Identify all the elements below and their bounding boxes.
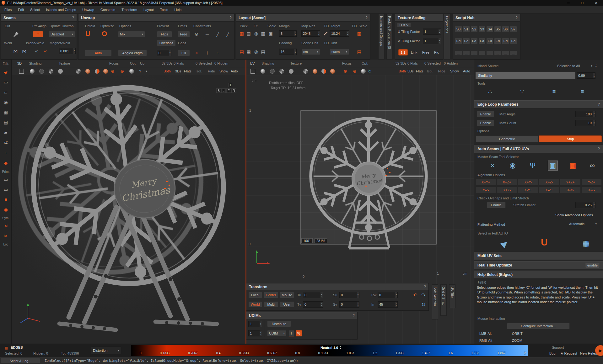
udim-count-spinner[interactable]: 1 ▴▾ — [248, 321, 262, 327]
isolate-button[interactable]: Isol. — [196, 69, 202, 73]
overlaps-button[interactable]: Overlaps — [157, 40, 176, 46]
enable-stretch-button[interactable]: Enable — [487, 202, 506, 208]
help-button[interactable]: ? — [72, 16, 74, 20]
filter-3ds-button[interactable]: 3Ds — [175, 69, 181, 73]
move-constraint-icon[interactable]: + — [215, 50, 221, 56]
td-unit-dropdown[interactable]: tx/cm ▾ — [330, 49, 349, 55]
spin-down-icon[interactable]: ▾ — [594, 205, 595, 207]
scale-icon[interactable]: ▣ — [267, 30, 274, 37]
layout-panel-header[interactable]: Layout [Scene] ? — [236, 14, 370, 22]
marquee-select-icon[interactable]: ▭ — [0, 80, 12, 85]
script-slot-button[interactable]: S7 — [510, 26, 517, 32]
padding-spinner[interactable]: 16 ▴▾ — [279, 49, 297, 55]
show-advanced-link[interactable]: Show Advanced Options — [555, 213, 593, 217]
viewport-uv[interactable]: UV Shading Texture Focus Opt. 32 3Ds 0 F… — [246, 60, 474, 344]
script-edit-button[interactable]: Ed — [463, 38, 470, 44]
stop-button[interactable]: Stop — [539, 135, 602, 142]
unwrap-panel-header[interactable]: Unwrap ? — [78, 14, 234, 22]
algo-button[interactable]: X+Y+ — [476, 179, 496, 186]
spin-down-icon[interactable]: ▾ — [594, 76, 595, 77]
menu-tools[interactable]: Tools — [157, 7, 171, 13]
optimize-view-icon[interactable] — [129, 69, 134, 74]
spin-down-icon[interactable]: ▾ — [321, 295, 322, 297]
tu-spinner[interactable]: 0 ▴▾ — [303, 292, 323, 298]
flattening-method-dropdown[interactable]: Automatic ▾ — [567, 221, 599, 227]
frame-mode-icon[interactable] — [19, 69, 24, 74]
distortion-dropdown[interactable]: Distortion ▾ — [91, 347, 121, 354]
fit-icon[interactable]: ◎ — [253, 30, 259, 37]
prealign-t-button[interactable]: T — [33, 31, 43, 37]
script-more-button[interactable]: ... — [510, 50, 517, 55]
menu-unwrap[interactable]: Unwrap — [79, 7, 97, 13]
script-edit-button[interactable]: Ed — [494, 38, 501, 44]
filter-both-button[interactable]: Both — [164, 69, 171, 73]
auto-button[interactable]: Auto — [231, 69, 238, 73]
script-slot-button[interactable]: S6 — [502, 26, 509, 32]
seam-tube-tool-icon[interactable]: Ψ — [528, 161, 538, 171]
pivot-mouse-button[interactable]: Mouse — [280, 292, 294, 298]
configure-interaction-button[interactable]: Configure Interaction... — [507, 323, 570, 329]
tool-gather-icon[interactable]: ∵ — [519, 88, 525, 95]
sv-spinner[interactable]: 0 ▴▾ — [339, 301, 359, 308]
selection-scope-dropdown[interactable]: Selection to All ▾ — [555, 63, 594, 69]
help-select-header[interactable]: Help Select (Edges) — [474, 271, 603, 279]
script-more-button[interactable]: ... — [478, 50, 486, 55]
seam-link-tool-icon[interactable]: ∞ — [587, 161, 597, 171]
spin-down-icon[interactable]: ▾ — [358, 304, 358, 306]
filter-flats-button[interactable]: Flats — [184, 69, 191, 73]
spin-down-icon[interactable]: ▾ — [439, 41, 440, 43]
rect-primitive-icon[interactable]: ▭ — [0, 177, 12, 182]
algo-button[interactable]: X-Z+ — [539, 187, 559, 193]
flips-button[interactable]: Flips — [157, 31, 172, 37]
script-edit-button[interactable]: Ed — [471, 38, 478, 44]
redo-icon[interactable]: ↷ — [420, 292, 427, 298]
algo-button[interactable]: X-Y+ — [518, 187, 538, 193]
help-button[interactable]: ? — [365, 16, 368, 20]
tab-islands-and-groups[interactable]: Islands and Groups — [378, 14, 385, 60]
update-unwrap-dropdown[interactable]: Disabled ▾ — [49, 31, 75, 37]
cylinder-select-icon[interactable]: ▤ — [0, 120, 12, 125]
script-edit-button[interactable]: Ed — [486, 38, 493, 44]
distribute-button[interactable]: Distribute — [267, 321, 291, 327]
algo-button[interactable]: X+Y- — [518, 179, 538, 186]
link-button[interactable]: Link — [411, 50, 417, 54]
hide-button[interactable]: Hide — [438, 69, 445, 73]
menu-files[interactable]: Files — [1, 7, 15, 13]
mix-dropdown[interactable]: Mix ▾ — [118, 31, 145, 37]
seams-panel-header[interactable]: Seams ? — [1, 14, 77, 22]
script-slot-button[interactable]: S3 — [478, 26, 486, 32]
td-target-spinner[interactable]: 10.24 ▴▾ — [330, 30, 349, 37]
ibeam-constraint-icon[interactable]: I — [204, 50, 210, 56]
rw-spinner[interactable]: 0 ▴▾ — [378, 292, 398, 298]
texture-half-icon[interactable] — [95, 69, 100, 74]
texture-checker-icon[interactable] — [76, 69, 81, 74]
script-more-button[interactable]: ... — [486, 50, 493, 55]
shield-tool-icon[interactable]: ◆ — [0, 161, 12, 166]
auto-unwrap-button[interactable]: Auto — [85, 50, 112, 56]
script-slot-button[interactable]: S5 — [494, 26, 501, 32]
stretch-limiter-spinner[interactable]: 0.25 ▴▾ — [575, 202, 595, 208]
fit-height-icon[interactable]: ▤ — [260, 49, 266, 55]
x2-tool-label[interactable]: x2 — [0, 140, 12, 144]
remove-constraint-icon[interactable]: × — [193, 50, 200, 56]
script-edit-button[interactable]: Ed — [478, 38, 486, 44]
filter-flats-button[interactable]: Flats — [416, 69, 423, 73]
focus-selection-icon[interactable]: ⊕ — [342, 68, 348, 74]
spin-down-icon[interactable]: ▾ — [260, 333, 261, 335]
wireframe-sphere-icon[interactable] — [270, 69, 275, 74]
feature-request-link[interactable]: F. Request — [561, 351, 577, 355]
udim-percent-button[interactable]: % — [296, 330, 302, 336]
max-angle-spinner[interactable]: 180 ▴▾ — [575, 111, 595, 117]
script-hub-header[interactable]: Script Hub ? — [453, 14, 520, 22]
texture-full-icon[interactable] — [103, 69, 108, 74]
viewcube-back[interactable]: B — [216, 88, 221, 93]
in-spinner[interactable]: 45 ▴▾ — [378, 301, 398, 308]
brush-select-icon[interactable]: ▰ — [0, 130, 12, 135]
help-button[interactable]: ? — [229, 16, 232, 20]
auto-button[interactable]: Auto — [463, 69, 470, 73]
script-more-button[interactable]: ... — [471, 50, 478, 55]
symmetry-right-icon[interactable]: ⊳ — [0, 233, 12, 238]
viewcube-left[interactable]: L — [221, 88, 226, 93]
diagonal-constraint-icon-2[interactable]: ╱ — [225, 31, 231, 37]
cut-tool-icon[interactable] — [13, 32, 19, 37]
